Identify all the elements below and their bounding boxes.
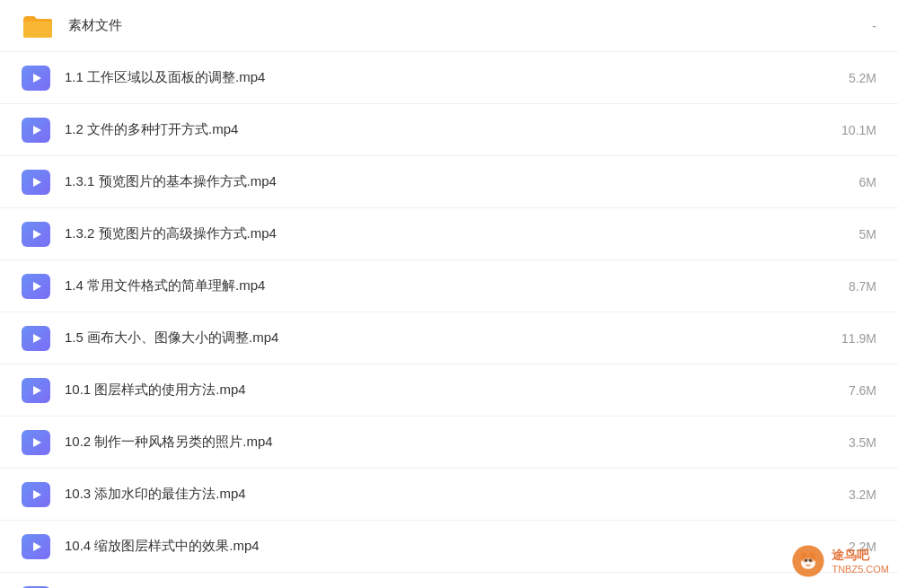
list-item[interactable]: 10.1 图层样式的使用方法.mp47.6M xyxy=(0,364,898,417)
list-item[interactable]: 1.1 工作区域以及面板的调整.mp45.2M xyxy=(0,52,898,104)
video-icon xyxy=(22,534,50,559)
file-size: 5.2M xyxy=(814,71,876,85)
file-name: 10.4 缩放图层样式中的效果.mp4 xyxy=(65,538,260,555)
video-icon xyxy=(22,118,50,143)
svg-point-5 xyxy=(809,559,812,562)
video-icon xyxy=(22,430,50,455)
file-size: 8.7M xyxy=(814,279,876,294)
file-size: 3.5M xyxy=(814,435,876,450)
file-size: 10.1M xyxy=(814,123,876,137)
file-name: 1.5 画布大小、图像大小的调整.mp4 xyxy=(65,329,278,347)
video-icon xyxy=(22,482,50,507)
file-name: 1.3.1 预览图片的基本操作方式.mp4 xyxy=(65,173,277,190)
svg-point-4 xyxy=(805,559,807,562)
watermark-site: 途鸟吧 xyxy=(832,548,889,564)
file-size: 5M xyxy=(814,227,876,241)
file-name: 1.2 文件的多种打开方式.mp4 xyxy=(65,121,238,138)
file-name: 素材文件 xyxy=(68,17,122,34)
list-item[interactable]: 1.4 常用文件格式的简单理解.mp48.7M xyxy=(0,260,898,312)
video-icon xyxy=(22,222,50,247)
video-icon xyxy=(22,274,50,299)
list-item[interactable]: 1.3.1 预览图片的基本操作方式.mp46M xyxy=(0,156,898,208)
file-size: 6M xyxy=(814,175,876,189)
watermark-domain: TNBZ5.COM xyxy=(832,564,889,575)
list-item[interactable]: 11.1 使用联系表II 快速排版.mp4 xyxy=(0,573,898,588)
file-name: 1.3.2 预览图片的高级操作方式.mp4 xyxy=(65,225,277,242)
list-item[interactable]: 1.5 画布大小、图像大小的调整.mp411.9M xyxy=(0,312,898,364)
list-item[interactable]: 1.3.2 预览图片的高级操作方式.mp45M xyxy=(0,208,898,260)
list-item[interactable]: 10.2 制作一种风格另类的照片.mp43.5M xyxy=(0,417,898,469)
list-item[interactable]: 10.3 添加水印的最佳方法.mp43.2M xyxy=(0,469,898,521)
file-name: 10.2 制作一种风格另类的照片.mp4 xyxy=(65,434,273,451)
file-size: 7.6M xyxy=(814,383,876,398)
file-name: 1.1 工作区域以及面板的调整.mp4 xyxy=(65,69,265,86)
list-item[interactable]: 10.4 缩放图层样式中的效果.mp42.2M xyxy=(0,521,898,573)
video-icon xyxy=(22,66,50,91)
file-size: 11.9M xyxy=(814,331,876,346)
video-icon xyxy=(22,326,50,351)
folder-icon xyxy=(22,13,54,39)
file-size: 3.2M xyxy=(814,487,876,502)
file-size: - xyxy=(814,19,876,33)
file-name: 10.1 图层样式的使用方法.mp4 xyxy=(65,382,246,399)
file-list: 素材文件-1.1 工作区域以及面板的调整.mp45.2M1.2 文件的多种打开方… xyxy=(0,0,898,588)
watermark: 途鸟吧 TNBZ5.COM xyxy=(790,543,889,579)
video-icon xyxy=(22,170,50,195)
file-name: 10.3 添加水印的最佳方法.mp4 xyxy=(65,486,246,503)
video-icon xyxy=(22,378,50,403)
file-name: 1.4 常用文件格式的简单理解.mp4 xyxy=(65,277,265,294)
list-item[interactable]: 素材文件- xyxy=(0,0,898,52)
list-item[interactable]: 1.2 文件的多种打开方式.mp410.1M xyxy=(0,104,898,156)
